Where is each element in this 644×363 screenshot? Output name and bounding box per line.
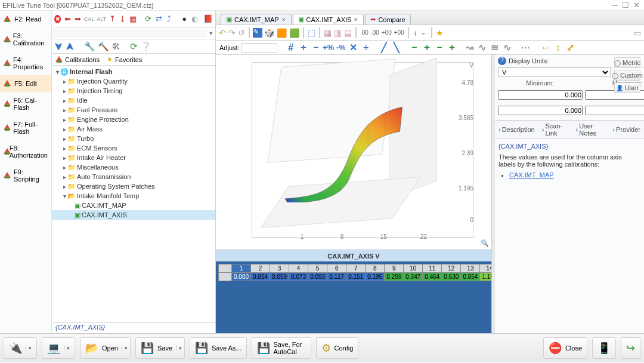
close-file-icon[interactable]: ✖ [54, 15, 61, 23]
tree-node[interactable]: ▸📁Fuel Pressure [52, 105, 215, 115]
tree-node[interactable]: ▾📂Intake Manifold Temp [52, 191, 215, 201]
tree-node[interactable]: ▾🌐Internal Flash [52, 67, 215, 76]
chart-reset-icon[interactable]: ⬚ [307, 28, 316, 38]
display-units-select[interactable]: V [498, 67, 611, 77]
op-pct-up[interactable]: +% [323, 42, 334, 53]
op-inc-small[interactable]: － [409, 42, 420, 53]
tree-node[interactable]: ▣CAX.IMT_AXIS [52, 210, 215, 220]
doc-tab[interactable]: ▣CAX.IMT_AXIS✕ [293, 14, 364, 24]
op-fit-h[interactable]: ↔ [540, 42, 551, 53]
op-hash[interactable]: # [286, 42, 296, 53]
tool-icon-2[interactable]: 🔨 [98, 41, 109, 52]
desc-link-caximtmap[interactable]: CAX.IMT_MAP [509, 171, 554, 179]
window-minimize[interactable]: ─ [609, 1, 620, 9]
align-icon-2[interactable]: ⫟ [419, 28, 428, 38]
record-icon[interactable]: ● [181, 14, 188, 24]
tree-node[interactable]: ▸📁Miscellaneous [52, 162, 215, 172]
hard-min-input[interactable] [498, 106, 583, 115]
tab-user-notes[interactable]: ›User Notes [572, 121, 609, 139]
expand-all-icon[interactable]: ⮟ [54, 41, 63, 51]
undo-icon[interactable]: ↶ [218, 28, 227, 38]
op-fit-all[interactable]: ⤢ [565, 42, 576, 53]
tree-node[interactable]: ▸📁Intake Air Heater [52, 153, 215, 162]
config-button[interactable]: ⚙Config [316, 337, 359, 359]
import-icon-2[interactable]: ⤓ [119, 14, 126, 24]
window-close[interactable]: ✕ [631, 1, 642, 9]
custom-button[interactable]: ◯ Custom [614, 70, 640, 81]
cube-icon-2[interactable]: 🟧 [276, 28, 287, 38]
cube-icon-1[interactable]: 🎲 [264, 28, 275, 38]
doc-tab[interactable]: ▣CAX.IMT_MAP✕ [221, 14, 292, 24]
magnifier-icon[interactable]: 🔍 [481, 239, 489, 247]
exit-button[interactable]: ↪ [621, 337, 640, 359]
history-icon[interactable]: ↺ [237, 28, 246, 38]
tree-node[interactable]: ▸📁Turbo [52, 134, 215, 143]
tree-node[interactable]: ▸📁Auto Transmission [52, 172, 215, 182]
device-icon-button[interactable]: 📱 [592, 337, 616, 359]
op-inc-big[interactable]: ＋ [422, 42, 432, 53]
tab-scan-link[interactable]: ›Scan-Link [538, 121, 572, 139]
close-button[interactable]: ⛔Close [543, 337, 587, 359]
open-button[interactable]: 📂Open▾ [80, 337, 131, 359]
book-icon[interactable]: 📕 [203, 14, 213, 24]
op-pct-dn[interactable]: -% [336, 42, 346, 53]
op-minus[interactable]: － [311, 42, 321, 53]
nav-f7[interactable]: F7: Full-Flash [0, 116, 51, 140]
tool-icon-3[interactable]: 🛠 [112, 41, 120, 51]
panel-toggle-icon[interactable]: ▭ [633, 28, 642, 38]
import-icon-1[interactable]: ⤒ [109, 14, 116, 24]
tree-node[interactable]: ▸📁Air Mass [52, 124, 215, 134]
hard-max-input[interactable] [585, 106, 644, 115]
op-slope-up[interactable]: ╱ [379, 42, 389, 53]
dim-icon[interactable]: ◐ [191, 14, 199, 24]
tree-node[interactable]: ▸📁Operating System Patches [52, 182, 215, 191]
align-icon-1[interactable]: ⫞ [412, 28, 417, 38]
table-icon-3[interactable]: ▤ [343, 28, 352, 38]
save-button[interactable]: 💾Save▾ [135, 337, 185, 359]
table-icon-2[interactable]: ▥ [333, 28, 342, 38]
op-dec-small[interactable]: － [434, 42, 445, 53]
op-div[interactable]: ÷ [361, 42, 371, 53]
adjust-input[interactable] [242, 43, 277, 53]
decimal-dec-icon[interactable]: .00 [360, 29, 369, 36]
calibration-tree[interactable]: ▾🌐Internal Flash▸📁Injection Quantity▸📁In… [52, 66, 215, 322]
left-arrow-icon[interactable]: ⬅ [63, 14, 71, 24]
nav-f2[interactable]: F2: Read [0, 11, 51, 27]
table-icon-1[interactable]: ▦ [323, 28, 332, 38]
nav-f9[interactable]: F9: Scripting [0, 164, 51, 187]
search-input[interactable] [52, 29, 207, 38]
soft-min-input[interactable] [498, 90, 583, 100]
tree-node[interactable]: ▸📁Idle [52, 96, 215, 105]
send-icon[interactable]: ⤴ [165, 14, 173, 24]
cube-icon-3[interactable]: 🟩 [289, 28, 300, 38]
user-button[interactable]: 👤 User [614, 82, 640, 93]
collapse-all-icon[interactable]: ⮝ [66, 41, 75, 51]
redo-icon[interactable]: ↷ [228, 28, 236, 38]
tab-provider[interactable]: ›Provider [609, 121, 644, 139]
grid-icon[interactable]: ▦ [129, 14, 137, 24]
chart-3d-surface[interactable]: V 4.78 3.585 2.39 1.195 0 1 8 15 22 🔍 [216, 55, 491, 250]
decimal-inc-icon[interactable]: .00 [370, 29, 380, 36]
save-autocal-button[interactable]: 💾Save, For AutoCal [252, 337, 311, 359]
right-arrow-icon[interactable]: ➡ [74, 14, 82, 24]
prec-dec-icon[interactable]: +00 [381, 29, 392, 36]
tree-node[interactable]: ▣CAX.IMT_MAP [52, 201, 215, 210]
device-button-1[interactable]: 🔌▾ [4, 337, 37, 359]
op-smooth-3[interactable]: ≋ [490, 42, 500, 53]
tab-description[interactable]: ›Description [495, 121, 538, 139]
device-button-2[interactable]: 💻▾ [42, 337, 75, 359]
nav-f6[interactable]: F6: Cal-Flash [0, 92, 51, 116]
op-smooth-2[interactable]: ∿ [477, 42, 488, 53]
tree-node[interactable]: ▸📁Injection Timing [52, 86, 215, 96]
doc-tab[interactable]: ➡Compare [365, 14, 410, 24]
tree-node[interactable]: ▸📁Injection Quantity [52, 76, 215, 86]
tree-node[interactable]: ▸📁ECM Sensors [52, 143, 215, 153]
op-dec-big[interactable]: ＋ [447, 42, 457, 53]
edit-icon[interactable]: ✎ [253, 28, 262, 38]
nav-f5[interactable]: F5: Edit [0, 75, 51, 92]
prec-inc-icon[interactable]: +00 [394, 29, 405, 36]
refresh-icon[interactable]: ⟳ [144, 14, 152, 24]
op-fit-v[interactable]: ↕ [553, 42, 564, 53]
op-plus[interactable]: ＋ [298, 42, 309, 53]
save-as-button[interactable]: 💾Save As... [190, 337, 247, 359]
